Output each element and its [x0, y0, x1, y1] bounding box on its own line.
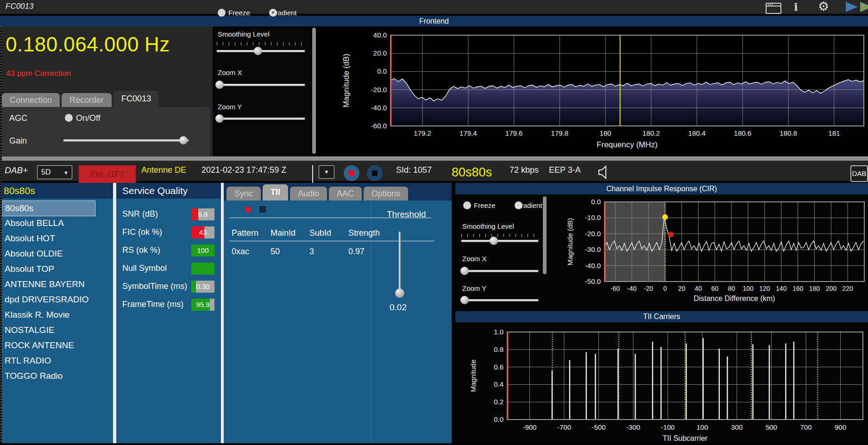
service-list-item[interactable]: NOSTALGIE	[1, 323, 94, 338]
svg-text:40.0: 40.0	[373, 31, 387, 39]
channel-select[interactable]: 5D▼	[37, 165, 72, 179]
threshold-slider-handle[interactable]	[395, 288, 404, 298]
frequency-unit: Hz	[145, 33, 170, 56]
spectrum-smoothing-handle[interactable]	[254, 47, 262, 55]
svg-text:0.0: 0.0	[591, 198, 601, 206]
agc-label: AGC	[9, 113, 27, 123]
svg-text:160: 160	[793, 285, 804, 292]
svg-text:Magnitude: Magnitude	[469, 359, 477, 392]
spectrum-zoom-y-handle[interactable]	[215, 114, 224, 123]
service-list-item[interactable]: Absolut OLDIE	[1, 246, 94, 261]
info-icon[interactable]: i	[794, 0, 808, 13]
quality-bar-fill	[191, 263, 214, 275]
svg-text:220: 220	[842, 285, 853, 292]
threshold-slider-track[interactable]	[399, 232, 401, 295]
svg-text:Distance Difference (km): Distance Difference (km)	[694, 295, 775, 302]
quality-bar: 95.9	[191, 299, 214, 311]
panel-divider[interactable]	[113, 183, 116, 443]
cir-smoothing-label: Smoothing Level	[462, 222, 514, 230]
cir-zoom-x-handle[interactable]	[460, 267, 469, 275]
tab-audio[interactable]: Audio	[290, 187, 327, 201]
agc-onoff-label: On/Off	[76, 113, 101, 123]
svg-text:700: 700	[800, 423, 811, 431]
spectrum-zoom-y-slider[interactable]	[217, 114, 305, 123]
svg-text:-900: -900	[522, 423, 536, 431]
spectrum-freeze-label: Freeze	[228, 9, 250, 17]
svg-text:-60: -60	[610, 285, 620, 292]
separator	[312, 165, 313, 183]
service-list-item[interactable]: RTL RADIO	[1, 353, 94, 368]
svg-text:180: 180	[809, 285, 820, 292]
service-list-item[interactable]: TOGGO Radio	[1, 369, 94, 383]
spectrum-freeze-radio[interactable]	[218, 9, 226, 17]
quality-bar: 0.30	[191, 281, 214, 293]
service-list-item[interactable]: Absolut BELLA	[1, 216, 94, 231]
table-header-underline	[229, 241, 434, 241]
window-icon[interactable]	[766, 3, 781, 14]
svg-text:-500: -500	[592, 423, 606, 431]
play-green-icon[interactable]	[860, 2, 868, 12]
svg-text:180: 180	[600, 129, 611, 137]
chevron-down-icon: ▼	[63, 166, 69, 179]
tab-options[interactable]: Options	[364, 187, 408, 201]
record-button[interactable]	[344, 165, 359, 181]
cir-zoom-y-handle[interactable]	[460, 296, 469, 304]
quality-bar: 100	[191, 244, 214, 257]
tab-connection[interactable]: Connection	[2, 93, 60, 107]
gain-slider[interactable]	[63, 136, 189, 144]
tab-aac[interactable]: AAC	[329, 187, 362, 201]
tii-table-header: SubId	[309, 228, 331, 238]
svg-text:-60.0: -60.0	[371, 122, 387, 130]
svg-text:80: 80	[728, 285, 735, 292]
spectrum-controls-scrollbar[interactable]	[312, 28, 316, 154]
tii-carriers-chart: 0.00.20.40.60.81.0-900-700-500-300-10010…	[455, 322, 868, 443]
service-list-item[interactable]: ANTENNE BAYERN	[1, 277, 94, 292]
quality-bar	[191, 263, 214, 275]
service-list-item[interactable]: dpd DRIVERSRADIO	[1, 292, 94, 307]
agc-toggle[interactable]	[65, 114, 73, 122]
gear-icon[interactable]: ⚙	[818, 0, 832, 11]
tuner-tabs: ConnectionRecorderFC0013	[2, 91, 161, 107]
cir-freeze-radio[interactable]	[463, 201, 471, 209]
service-id: SId: 1057	[396, 165, 432, 175]
cir-controls-scrollbar[interactable]	[543, 196, 547, 274]
service-list-item[interactable]: 80s80s	[1, 201, 95, 216]
svg-text:0.4: 0.4	[494, 380, 503, 388]
svg-text:-10.0: -10.0	[585, 213, 601, 221]
spectrum-zoom-x-handle[interactable]	[215, 81, 224, 89]
service-list-item[interactable]: Klassik R. Movie	[1, 307, 94, 322]
tii-table-cell: 0xac	[232, 247, 249, 257]
service-list-item[interactable]: Absolut TOP	[1, 262, 94, 276]
quality-value: 100	[191, 244, 214, 257]
service-list-item[interactable]: Absolut HOT	[1, 231, 94, 246]
resize-gutter[interactable]	[0, 26, 2, 443]
tii-carriers-header: TII Carriers	[455, 311, 868, 322]
tab-fc0013[interactable]: FC0013	[113, 91, 159, 107]
spectrum-smoothing-slider[interactable]	[217, 47, 305, 55]
cir-smoothing-slider[interactable]	[461, 237, 538, 245]
play-blue-icon[interactable]	[846, 2, 858, 12]
dropdown-button[interactable]: ▼	[319, 165, 334, 179]
threshold-label: Threshold	[387, 209, 426, 219]
dab-mode-label: DAB+	[5, 165, 28, 175]
quality-value: 6.8	[191, 208, 214, 220]
cir-zoom-y-slider[interactable]	[461, 296, 538, 304]
cir-smoothing-handle[interactable]	[490, 237, 498, 245]
svg-text:120: 120	[759, 285, 770, 292]
app-window: FC0013 i ⚙ Frontend 0.180.064.000Hz 43 p…	[0, 0, 868, 445]
svg-text:179.8: 179.8	[551, 129, 569, 137]
cir-zoom-x-slider[interactable]	[461, 267, 538, 275]
spectrum-zoom-x-slider[interactable]	[217, 81, 305, 89]
service-list-item[interactable]: ROCK ANTENNE	[1, 338, 94, 353]
tab-recorder[interactable]: Recorder	[62, 93, 112, 107]
gain-slider-handle[interactable]	[179, 136, 188, 144]
stop-square-icon	[372, 170, 377, 176]
stop-button[interactable]	[367, 165, 383, 181]
tab-sync[interactable]: Sync	[226, 187, 261, 201]
svg-text:140: 140	[776, 285, 787, 292]
speaker-icon[interactable]	[598, 165, 610, 179]
quality-bar: 43	[191, 226, 214, 238]
service-quality-header: Service Quality	[116, 183, 221, 199]
tab-tii[interactable]: TII	[263, 184, 288, 201]
tii-table-header: Strength	[348, 228, 380, 238]
